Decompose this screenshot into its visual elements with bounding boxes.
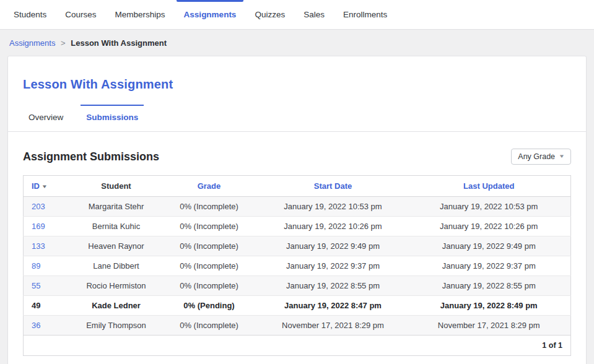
grade-cell: 0% (Incomplete) — [160, 276, 259, 296]
breadcrumb-link-assignments[interactable]: Assignments — [9, 38, 55, 48]
top-nav: Students Courses Memberships Assignments… — [0, 0, 594, 30]
last-updated-cell: January 19, 2022 10:53 pm — [408, 197, 571, 217]
submission-id-link[interactable]: 203 — [32, 202, 45, 211]
grade-cell: 0% (Incomplete) — [160, 217, 259, 236]
grade-cell: 0% (Incomplete) — [160, 256, 259, 276]
tab-submissions[interactable]: Submissions — [81, 105, 144, 131]
lesson-card: Lesson With Assignment Overview Submissi… — [7, 56, 587, 364]
start-date-cell: January 19, 2022 10:53 pm — [259, 197, 408, 217]
student-cell: Margarita Stehr — [73, 197, 160, 217]
table-row: 89 Lane Dibbert 0% (Incomplete) January … — [24, 256, 571, 276]
pagination: 1 of 1 — [24, 336, 571, 356]
page-title: Lesson With Assignment — [23, 77, 571, 92]
start-date-cell: November 17, 2021 8:29 pm — [259, 316, 408, 336]
grade-filter-label: Any Grade — [518, 152, 555, 161]
last-updated-cell: January 19, 2022 10:26 pm — [408, 217, 571, 236]
grade-cell: 0% (Incomplete) — [160, 197, 259, 217]
nav-item-quizzes[interactable]: Quizzes — [250, 0, 290, 29]
nav-item-students[interactable]: Students — [9, 0, 51, 29]
table-row: 203 Margarita Stehr 0% (Incomplete) Janu… — [24, 197, 571, 217]
nav-item-sales[interactable]: Sales — [299, 0, 330, 29]
section-header: Assignment Submissions Any Grade ▼ — [23, 149, 571, 165]
submission-id-link[interactable]: 133 — [32, 241, 45, 251]
nav-item-memberships[interactable]: Memberships — [110, 0, 170, 29]
last-updated-cell: November 17, 2021 8:29 pm — [408, 316, 571, 336]
grade-filter-dropdown[interactable]: Any Grade ▼ — [511, 149, 571, 165]
student-cell: Rocio Hermiston — [73, 276, 160, 296]
student-cell: Kade Ledner — [73, 296, 160, 316]
student-cell: Lane Dibbert — [73, 256, 160, 276]
start-date-cell: January 19, 2022 9:49 pm — [259, 236, 408, 256]
breadcrumb-separator: > — [61, 38, 66, 48]
tab-overview[interactable]: Overview — [23, 105, 69, 131]
start-date-cell: January 19, 2022 10:26 pm — [259, 217, 408, 236]
table-footer-row: 1 of 1 — [24, 336, 571, 356]
tab-bar: Overview Submissions — [23, 105, 571, 131]
submission-id-link[interactable]: 36 — [32, 321, 40, 330]
submission-id-link[interactable]: 55 — [32, 281, 40, 290]
column-header-start-date[interactable]: Start Date — [259, 176, 408, 197]
column-header-id[interactable]: ID▼ — [24, 176, 73, 197]
student-cell: Emily Thompson — [73, 316, 160, 336]
last-updated-cell: January 19, 2022 8:55 pm — [408, 276, 571, 296]
submission-id-link[interactable]: 89 — [32, 261, 40, 271]
nav-item-enrollments[interactable]: Enrollments — [338, 0, 392, 29]
table-row: 133 Heaven Raynor 0% (Incomplete) Januar… — [24, 236, 571, 256]
last-updated-cell: January 19, 2022 9:37 pm — [408, 256, 571, 276]
grade-cell: 0% (Pending) — [160, 296, 259, 316]
submission-id-link[interactable]: 169 — [32, 222, 45, 231]
section-title: Assignment Submissions — [23, 150, 159, 163]
table-row: 49 Kade Ledner 0% (Pending) January 19, … — [24, 296, 571, 316]
table-row: 169 Bernita Kuhic 0% (Incomplete) Januar… — [24, 217, 571, 236]
start-date-cell: January 19, 2022 8:47 pm — [259, 296, 408, 316]
chevron-down-icon: ▼ — [559, 154, 565, 159]
column-header-id-label: ID — [32, 181, 40, 191]
last-updated-cell: January 19, 2022 8:49 pm — [408, 296, 571, 316]
grade-cell: 0% (Incomplete) — [160, 236, 259, 256]
start-date-cell: January 19, 2022 8:55 pm — [259, 276, 408, 296]
breadcrumb: Assignments > Lesson With Assignment — [0, 30, 594, 56]
breadcrumb-current: Lesson With Assignment — [71, 38, 167, 48]
sort-desc-icon: ▼ — [41, 184, 48, 189]
submissions-section: Assignment Submissions Any Grade ▼ ID▼ S… — [8, 132, 586, 364]
table-row: 36 Emily Thompson 0% (Incomplete) Novemb… — [24, 316, 571, 336]
column-header-last-updated[interactable]: Last Updated — [408, 176, 571, 197]
grade-cell: 0% (Incomplete) — [160, 316, 259, 336]
column-header-student: Student — [73, 176, 160, 197]
submissions-table: ID▼ Student Grade Start Date Last Update… — [23, 175, 571, 356]
student-cell: Heaven Raynor — [73, 236, 160, 256]
card-header: Lesson With Assignment Overview Submissi… — [8, 56, 586, 132]
table-header-row: ID▼ Student Grade Start Date Last Update… — [24, 176, 571, 197]
student-cell: Bernita Kuhic — [73, 217, 160, 236]
column-header-grade[interactable]: Grade — [160, 176, 259, 197]
nav-item-assignments[interactable]: Assignments — [179, 0, 242, 29]
submission-id-link[interactable]: 49 — [32, 301, 40, 310]
nav-item-courses[interactable]: Courses — [60, 0, 101, 29]
last-updated-cell: January 19, 2022 9:49 pm — [408, 236, 571, 256]
start-date-cell: January 19, 2022 9:37 pm — [259, 256, 408, 276]
table-row: 55 Rocio Hermiston 0% (Incomplete) Janua… — [24, 276, 571, 296]
